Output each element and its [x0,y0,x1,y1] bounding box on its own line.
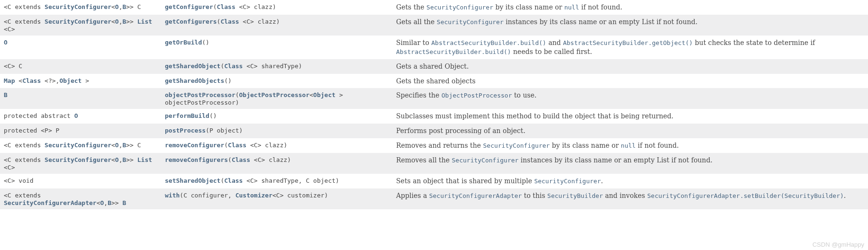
description-cell: Applies a SecurityConfigurerAdapter to t… [392,188,868,209]
method-signature: (Class <C> clazz) [224,142,287,149]
method-signature: (Class <C> clazz) [213,3,276,10]
table-row: <C extends SecurityConfigurerAdapter<O,B… [0,188,868,209]
type-link[interactable]: SecurityConfigurer [45,18,111,25]
type-link[interactable]: O [74,112,78,119]
method-signature: (Class <C> clazz) [217,18,280,25]
type-link[interactable]: Class [217,3,235,10]
type-link[interactable]: Customizer [235,192,272,199]
method-cell: with(C configurer, Customizer<C> customi… [161,188,392,209]
code-reference[interactable]: SecurityConfigurerAdapter.setBuilder(Sec… [647,192,844,199]
method-cell: getConfigurers(Class <C> clazz) [161,15,392,36]
method-cell: getOrBuild() [161,36,392,59]
method-cell: objectPostProcessor(ObjectPostProcessor<… [161,88,392,109]
type-link[interactable]: ObjectPostProcessor [239,91,310,98]
code-reference[interactable]: SecurityConfigurerAdapter [429,192,522,199]
code-reference[interactable]: AbstractSecurityBuilder.build() [396,48,511,55]
method-link[interactable]: getSharedObjects [165,77,224,84]
method-link[interactable]: getOrBuild [165,39,202,46]
description-cell: Removes all the SecurityConfigurer insta… [392,153,868,174]
code-reference[interactable]: AbstractSecurityBuilder.build() [431,39,546,46]
description-cell: Performs post processing of an object. [392,124,868,138]
type-link[interactable]: SecurityConfigurer [45,156,111,163]
method-cell: getSharedObjects() [161,74,392,89]
type-link[interactable]: Object [313,91,335,98]
code-reference[interactable]: SecurityConfigurer [426,4,493,11]
description-cell: Removes and returns the SecurityConfigur… [392,138,868,153]
return-type-cell: <C extends SecurityConfigurer<O,B>> C [0,138,161,153]
description-cell: Sets an object that is shared by multipl… [392,174,868,188]
type-link[interactable]: O [115,142,119,149]
return-type-cell: B [0,88,161,109]
method-link[interactable]: getConfigurers [165,18,217,25]
method-signature: () [209,112,217,119]
return-type-cell: <C> C [0,59,161,74]
method-signature: () [202,39,209,46]
type-link[interactable]: List [137,156,152,163]
method-signature: () [224,77,232,84]
type-link[interactable]: SecurityConfigurer [45,3,111,10]
method-summary-table: <C extends SecurityConfigurer<O,B>> Cget… [0,0,868,209]
code-reference[interactable]: SecurityConfigurer [452,157,519,164]
type-link[interactable]: SecurityConfigurer [45,142,111,149]
table-row: <C extends SecurityConfigurer<O,B>> List… [0,15,868,36]
table-row: Map <Class <?>,Object >getSharedObjects(… [0,74,868,89]
code-reference[interactable]: SecurityConfigurer [437,18,504,26]
method-cell: postProcess(P object) [161,124,392,138]
type-link[interactable]: O [115,18,119,25]
table-row: <C extends SecurityConfigurer<O,B>> List… [0,153,868,174]
type-link[interactable]: B [4,91,8,98]
type-link[interactable]: Class [224,177,243,184]
type-link[interactable]: Map [4,77,15,84]
method-link[interactable]: objectPostProcessor [165,91,235,98]
table-row: protected abstract OperformBuild()Subcla… [0,109,868,124]
code-reference[interactable]: null [621,142,635,149]
description-cell: Subclasses must implement this method to… [392,109,868,124]
description-cell: Gets all the SecurityConfigurer instance… [392,15,868,36]
method-cell: getConfigurer(Class <C> clazz) [161,0,392,15]
return-type-cell: <C extends SecurityConfigurerAdapter<O,B… [0,188,161,209]
method-cell: getSharedObject(Class <C> sharedType) [161,59,392,74]
return-type-cell: O [0,36,161,59]
type-link[interactable]: B [108,199,111,206]
return-type-cell: protected <P> P [0,124,161,138]
type-link[interactable]: O [115,3,119,10]
method-signature: (Class <C> clazz) [228,156,291,163]
method-link[interactable]: getConfigurer [165,3,213,10]
return-type-cell: Map <Class <?>,Object > [0,74,161,89]
type-link[interactable]: Class [232,156,250,163]
type-link[interactable]: Class [224,62,243,70]
method-link[interactable]: removeConfigurers [165,156,228,163]
return-type-cell: <C extends SecurityConfigurer<O,B>> List… [0,153,161,174]
code-reference[interactable]: null [564,4,579,11]
type-link[interactable]: O [115,156,119,163]
type-link[interactable]: List [137,18,152,25]
table-row: <C extends SecurityConfigurer<O,B>> Crem… [0,138,868,153]
return-type-cell: <C> void [0,174,161,188]
type-link[interactable]: Object [59,77,81,84]
method-cell: removeConfigurer(Class <C> clazz) [161,138,392,153]
type-link[interactable]: B [122,199,126,206]
method-link[interactable]: setSharedObject [165,177,220,184]
type-link[interactable]: Class [22,77,41,84]
code-reference[interactable]: SecurityBuilder [547,192,603,199]
method-link[interactable]: with [165,192,180,199]
type-link[interactable]: O [4,39,8,46]
method-signature: (C configurer, Customizer<C> customizer) [180,192,328,199]
description-cell: Similar to AbstractSecurityBuilder.build… [392,36,868,59]
method-link[interactable]: getSharedObject [165,62,220,70]
description-cell: Gets a shared Object. [392,59,868,74]
code-reference[interactable]: SecurityConfigurer [483,142,550,149]
method-link[interactable]: postProcess [165,127,206,134]
method-link[interactable]: performBuild [165,112,209,119]
type-link[interactable]: SecurityConfigurerAdapter [4,199,97,206]
code-reference[interactable]: AbstractSecurityBuilder.getObject() [563,39,693,46]
code-reference[interactable]: ObjectPostProcessor [442,92,512,99]
type-link[interactable]: Class [228,142,246,149]
method-cell: performBuild() [161,109,392,124]
description-cell: Gets the SecurityConfigurer by its class… [392,0,868,15]
type-link[interactable]: Class [220,18,239,25]
method-cell: setSharedObject(Class <C> sharedType, C … [161,174,392,188]
method-link[interactable]: removeConfigurer [165,142,224,149]
code-reference[interactable]: SecurityConfigurer [534,178,601,185]
method-signature: (Class <C> sharedType, C object) [220,177,339,184]
